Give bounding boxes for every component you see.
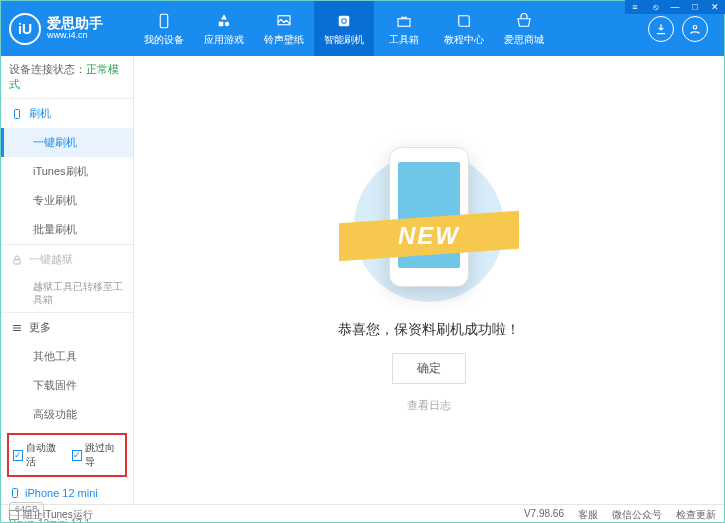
view-log-link[interactable]: 查看日志: [407, 398, 451, 413]
sidebar-item-firmware[interactable]: 下载固件: [1, 371, 133, 400]
phone-icon: [9, 487, 21, 499]
nav-flash[interactable]: 智能刷机: [314, 1, 374, 56]
close-icon[interactable]: ✕: [705, 0, 725, 14]
download-button[interactable]: [648, 16, 674, 42]
sidebar-head-jailbreak: 一键越狱: [1, 245, 133, 274]
header: iU 爱思助手 www.i4.cn 我的设备 应用游戏 铃声壁纸 智能刷机 工具…: [1, 1, 724, 56]
svg-rect-6: [14, 259, 20, 264]
checkbox-block-itunes[interactable]: 阻止iTunes运行: [9, 508, 93, 522]
jailbreak-note: 越狱工具已转移至工具箱: [1, 274, 133, 312]
checkbox-highlight: ✓自动激活 ✓跳过向导: [7, 433, 127, 477]
wallpaper-icon: [274, 11, 294, 31]
store-icon: [514, 11, 534, 31]
nav-tutorials[interactable]: 教程中心: [434, 1, 494, 56]
svg-rect-3: [398, 18, 410, 26]
sidebar-head-more[interactable]: 更多: [1, 313, 133, 342]
logo: iU 爱思助手 www.i4.cn: [9, 13, 134, 45]
phone-icon: [11, 108, 23, 120]
device-name-label: iPhone 12 mini: [25, 487, 98, 499]
svg-rect-2: [339, 15, 350, 26]
nav-apps[interactable]: 应用游戏: [194, 1, 254, 56]
app-title: 爱思助手: [47, 16, 103, 30]
logo-icon: iU: [9, 13, 41, 45]
refresh-icon: [334, 11, 354, 31]
apps-icon: [214, 11, 234, 31]
svg-point-4: [693, 25, 697, 29]
menu-icon[interactable]: ≡: [625, 0, 645, 14]
maximize-icon[interactable]: □: [685, 0, 705, 14]
lock-icon: [11, 254, 23, 266]
success-illustration: NEW: [339, 147, 519, 297]
toolbox-icon: [394, 11, 414, 31]
checkbox-auto-activate[interactable]: ✓自动激活: [13, 441, 62, 469]
main-content: NEW 恭喜您，保资料刷机成功啦！ 确定 查看日志: [134, 56, 724, 504]
ribbon-label: NEW: [398, 222, 460, 250]
svg-rect-5: [15, 109, 20, 118]
sidebar-item-other[interactable]: 其他工具: [1, 342, 133, 371]
app-subtitle: www.i4.cn: [47, 30, 103, 41]
svg-rect-7: [13, 489, 18, 498]
sidebar-item-oneclick[interactable]: 一键刷机: [1, 128, 133, 157]
version-label: V7.98.66: [524, 508, 564, 522]
window-controls: ≡ ⎋ — □ ✕: [625, 0, 725, 14]
sidebar-item-advanced[interactable]: 高级功能: [1, 400, 133, 429]
nav-ringtones[interactable]: 铃声壁纸: [254, 1, 314, 56]
support-link[interactable]: 客服: [578, 508, 598, 522]
success-message: 恭喜您，保资料刷机成功啦！: [338, 321, 520, 339]
pin-icon[interactable]: ⎋: [645, 0, 665, 14]
list-icon: [11, 322, 23, 334]
sidebar-item-itunes[interactable]: iTunes刷机: [1, 157, 133, 186]
sidebar-item-batch[interactable]: 批量刷机: [1, 215, 133, 244]
book-icon: [454, 11, 474, 31]
nav-store[interactable]: 爱思商城: [494, 1, 554, 56]
sidebar-head-flash[interactable]: 刷机: [1, 99, 133, 128]
checkbox-skip-guide[interactable]: ✓跳过向导: [72, 441, 121, 469]
top-nav: 我的设备 应用游戏 铃声壁纸 智能刷机 工具箱 教程中心 爱思商城: [134, 1, 648, 56]
user-button[interactable]: [682, 16, 708, 42]
phone-icon: [154, 11, 174, 31]
svg-rect-0: [160, 14, 168, 28]
minimize-icon[interactable]: —: [665, 0, 685, 14]
ok-button[interactable]: 确定: [392, 353, 466, 384]
nav-my-device[interactable]: 我的设备: [134, 1, 194, 56]
sidebar-item-pro[interactable]: 专业刷机: [1, 186, 133, 215]
check-update-link[interactable]: 检查更新: [676, 508, 716, 522]
wechat-link[interactable]: 微信公众号: [612, 508, 662, 522]
sidebar: 设备连接状态：正常模式 刷机 一键刷机 iTunes刷机 专业刷机 批量刷机 一…: [1, 56, 134, 504]
device-status: 设备连接状态：正常模式: [1, 56, 133, 99]
nav-toolbox[interactable]: 工具箱: [374, 1, 434, 56]
